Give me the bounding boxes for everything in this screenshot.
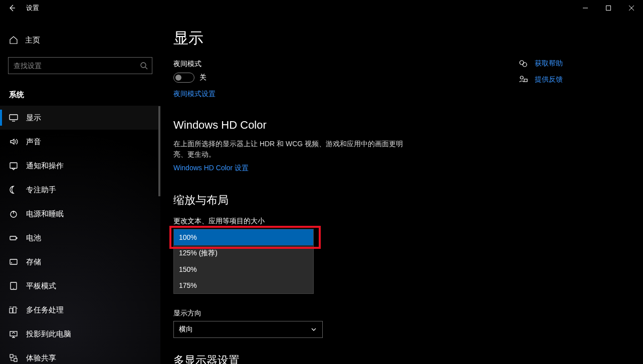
svg-point-18 <box>520 76 523 79</box>
svg-point-8 <box>11 262 12 263</box>
hdcolor-settings-link[interactable]: Windows HD Color 设置 <box>173 164 249 173</box>
maximize-button[interactable] <box>597 0 620 16</box>
svg-rect-2 <box>10 115 18 120</box>
minimize-button[interactable] <box>574 0 597 16</box>
svg-rect-3 <box>10 163 17 168</box>
svg-rect-14 <box>10 354 13 357</box>
minimize-icon <box>582 5 588 11</box>
svg-rect-15 <box>14 358 17 361</box>
arrow-left-icon <box>8 4 16 12</box>
sound-icon <box>9 137 18 146</box>
scale-dropdown-open[interactable]: 100%125% (推荐)150%175% <box>173 229 314 294</box>
sidebar-item-label: 投影到此电脑 <box>26 329 71 339</box>
page-title: 显示 <box>173 28 643 49</box>
svg-rect-19 <box>524 79 527 82</box>
home-icon <box>9 36 18 45</box>
sidebar-item-label: 显示 <box>26 113 41 123</box>
share-icon <box>9 353 18 362</box>
hdcolor-heading: Windows HD Color <box>173 119 643 132</box>
titlebar: 设置 <box>0 0 643 16</box>
chevron-down-icon <box>310 326 317 333</box>
sidebar-item-project[interactable]: 投影到此电脑 <box>0 322 160 346</box>
search-box[interactable] <box>8 57 152 74</box>
power-icon <box>9 209 18 218</box>
sidebar-item-sound[interactable]: 声音 <box>0 130 160 154</box>
svg-rect-11 <box>10 308 13 313</box>
focus-icon <box>9 185 18 194</box>
night-light-toggle[interactable] <box>173 73 194 83</box>
search-input[interactable] <box>13 61 140 70</box>
help-icon <box>519 59 528 68</box>
svg-point-1 <box>141 63 146 68</box>
sidebar-item-label: 通知和操作 <box>26 161 64 171</box>
sidebar-item-label: 声音 <box>26 137 41 147</box>
search-icon <box>140 62 148 70</box>
night-light-state: 关 <box>199 73 206 82</box>
display-icon <box>9 113 18 122</box>
feedback-link[interactable]: 提供反馈 <box>519 75 629 84</box>
sidebar-item-storage[interactable]: 存储 <box>0 250 160 274</box>
scale-option[interactable]: 150% <box>174 261 313 277</box>
sidebar-item-label: 存储 <box>26 257 41 267</box>
tablet-icon <box>9 281 18 290</box>
svg-rect-12 <box>13 307 16 313</box>
maximize-icon <box>605 5 611 11</box>
help-label: 获取帮助 <box>535 59 563 68</box>
multidisplay-heading: 多显示器设置 <box>173 353 643 364</box>
sidebar-item-focus[interactable]: 专注助手 <box>0 178 160 202</box>
sidebar-item-display[interactable]: 显示 <box>0 106 160 130</box>
sidebar-item-share[interactable]: 体验共享 <box>0 346 160 364</box>
close-icon <box>628 5 634 11</box>
svg-point-10 <box>13 288 14 289</box>
sidebar-item-multi[interactable]: 多任务处理 <box>0 298 160 322</box>
sidebar-item-battery[interactable]: 电池 <box>0 226 160 250</box>
sidebar-item-label: 电源和睡眠 <box>26 209 64 219</box>
sidebar-item-label: 平板模式 <box>26 281 56 291</box>
scale-option[interactable]: 100% <box>174 229 313 245</box>
multi-icon <box>9 305 18 314</box>
night-light-settings-link[interactable]: 夜间模式设置 <box>173 90 216 99</box>
svg-rect-7 <box>10 259 17 264</box>
svg-rect-0 <box>606 6 611 11</box>
sidebar-item-label: 体验共享 <box>26 353 56 363</box>
sidebar: 主页 系统 显示声音通知和操作专注助手电源和睡眠电池存储平板模式多任务处理投影到… <box>0 16 160 364</box>
sidebar-item-power[interactable]: 电源和睡眠 <box>0 202 160 226</box>
back-button[interactable] <box>0 0 24 16</box>
scale-option[interactable]: 125% (推荐) <box>174 245 313 261</box>
sidebar-item-label: 电池 <box>26 233 41 243</box>
svg-point-17 <box>523 63 527 67</box>
svg-rect-5 <box>10 236 16 240</box>
feedback-icon <box>519 75 528 84</box>
help-link[interactable]: 获取帮助 <box>519 59 629 68</box>
content-area: 显示 夜间模式 关 夜间模式设置 Windows HD Color 在上面所选择… <box>160 16 643 364</box>
project-icon <box>9 329 18 338</box>
home-button[interactable]: 主页 <box>0 30 160 50</box>
notify-icon <box>9 161 18 170</box>
orientation-select[interactable]: 横向 <box>173 321 323 338</box>
aside-panel: 获取帮助 提供反馈 <box>519 59 629 91</box>
sidebar-item-notify[interactable]: 通知和操作 <box>0 154 160 178</box>
storage-icon <box>9 257 18 266</box>
battery-icon <box>9 233 18 242</box>
scale-option[interactable]: 175% <box>174 277 313 293</box>
sidebar-item-tablet[interactable]: 平板模式 <box>0 274 160 298</box>
window-controls <box>574 0 643 16</box>
window-title: 设置 <box>26 4 39 13</box>
orientation-label: 显示方向 <box>173 309 643 318</box>
sidebar-item-label: 多任务处理 <box>26 305 64 315</box>
home-label: 主页 <box>25 36 40 45</box>
feedback-label: 提供反馈 <box>535 75 563 84</box>
hdcolor-description: 在上面所选择的显示器上让 HDR 和 WCG 视频、游戏和应用中的画面更明亮、更… <box>173 139 409 160</box>
scale-label: 更改文本、应用等项目的大小 <box>173 217 643 226</box>
sidebar-category: 系统 <box>9 90 160 100</box>
close-button[interactable] <box>620 0 643 16</box>
scale-heading: 缩放与布局 <box>173 193 643 208</box>
svg-rect-6 <box>17 237 18 239</box>
orientation-value: 横向 <box>179 325 193 334</box>
sidebar-item-label: 专注助手 <box>26 185 56 195</box>
